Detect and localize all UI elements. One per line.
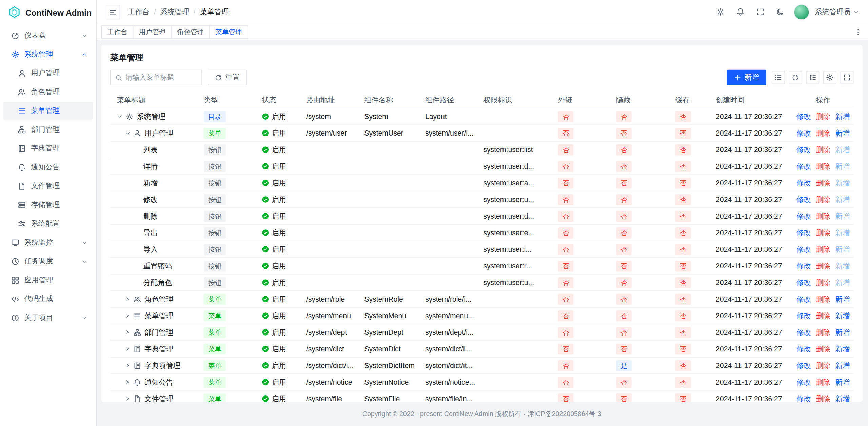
user-menu[interactable]: 系统管理员 — [815, 7, 859, 17]
edit-link[interactable]: 修改 — [796, 211, 811, 221]
delete-link[interactable]: 删除 — [816, 327, 830, 337]
sidebar-item-notice[interactable]: 通知公告 — [3, 158, 93, 176]
edit-link[interactable]: 修改 — [796, 195, 811, 204]
tab-options-button[interactable] — [851, 25, 865, 39]
delete-link[interactable]: 删除 — [816, 361, 830, 370]
sidebar-item-role[interactable]: 角色管理 — [3, 83, 93, 101]
row-expand-icon[interactable] — [124, 130, 131, 136]
edit-link[interactable]: 修改 — [796, 128, 811, 138]
bell-button[interactable] — [732, 4, 748, 20]
sidebar-item-user[interactable]: 用户管理 — [3, 64, 93, 82]
add-link[interactable]: 新增 — [835, 111, 850, 121]
add-link[interactable]: 新增 — [835, 361, 850, 370]
row-expand-icon[interactable] — [117, 114, 123, 120]
delete-link[interactable]: 删除 — [816, 145, 830, 155]
delete-link[interactable]: 删除 — [816, 211, 830, 221]
sidebar-item-app[interactable]: 应用管理 — [3, 271, 93, 289]
delete-link[interactable]: 删除 — [816, 261, 830, 271]
edit-link[interactable]: 修改 — [796, 178, 811, 188]
sidebar-item-dept[interactable]: 部门管理 — [3, 121, 93, 138]
add-link[interactable]: 新增 — [835, 128, 850, 138]
edit-link[interactable]: 修改 — [796, 377, 811, 387]
sidebar-item-schedule[interactable]: 任务调度 — [3, 252, 93, 270]
add-link[interactable]: 新增 — [835, 211, 850, 221]
delete-link[interactable]: 删除 — [816, 111, 830, 121]
gear-button[interactable] — [712, 4, 729, 20]
edit-link[interactable]: 修改 — [796, 394, 811, 402]
add-link[interactable]: 新增 — [835, 244, 850, 254]
delete-link[interactable]: 删除 — [816, 161, 830, 171]
sidebar-item-menu[interactable]: 菜单管理 — [3, 102, 93, 119]
sidebar-item-dashboard[interactable]: 仪表盘 — [3, 26, 93, 44]
avatar[interactable] — [794, 4, 809, 20]
edit-link[interactable]: 修改 — [796, 278, 811, 287]
add-link[interactable]: 新增 — [835, 278, 850, 287]
add-link[interactable]: 新增 — [835, 294, 850, 304]
edit-link[interactable]: 修改 — [796, 327, 811, 337]
sidebar-item-monitor[interactable]: 系统监控 — [3, 234, 93, 251]
brand-logo[interactable]: ContiNew Admin — [0, 0, 96, 24]
delete-link[interactable]: 删除 — [816, 228, 830, 238]
add-link[interactable]: 新增 — [835, 311, 850, 321]
sidebar-item-file[interactable]: 文件管理 — [3, 177, 93, 195]
add-link[interactable]: 新增 — [835, 261, 850, 271]
add-link[interactable]: 新增 — [835, 394, 850, 402]
row-expand-icon[interactable] — [124, 329, 131, 335]
sidebar-item-dict[interactable]: 字典管理 — [3, 139, 93, 157]
row-expand-icon[interactable] — [124, 379, 131, 385]
row-expand-icon[interactable] — [124, 312, 131, 319]
list-button[interactable] — [772, 71, 785, 84]
add-link[interactable]: 新增 — [835, 178, 850, 188]
edit-link[interactable]: 修改 — [796, 361, 811, 370]
sidebar-item-codegen[interactable]: 代码生成 — [3, 290, 93, 308]
delete-link[interactable]: 删除 — [816, 394, 830, 402]
sidebar-item-config[interactable]: 系统配置 — [3, 215, 93, 232]
delete-link[interactable]: 删除 — [816, 195, 830, 204]
expand-button[interactable] — [840, 71, 853, 84]
tab-工作台[interactable]: 工作台 — [101, 25, 134, 39]
row-expand-icon[interactable] — [124, 346, 131, 352]
delete-link[interactable]: 删除 — [816, 244, 830, 254]
edit-link[interactable]: 修改 — [796, 261, 811, 271]
add-link[interactable]: 新增 — [835, 344, 850, 354]
delete-link[interactable]: 删除 — [816, 377, 830, 387]
delete-link[interactable]: 删除 — [816, 344, 830, 354]
delete-link[interactable]: 删除 — [816, 294, 830, 304]
tab-菜单管理[interactable]: 菜单管理 — [209, 25, 248, 39]
row-expand-icon[interactable] — [124, 362, 131, 368]
edit-link[interactable]: 修改 — [796, 161, 811, 171]
add-link[interactable]: 新增 — [835, 228, 850, 238]
delete-link[interactable]: 删除 — [816, 278, 830, 287]
collapse-sidebar-button[interactable] — [106, 5, 120, 19]
edit-link[interactable]: 修改 — [796, 228, 811, 238]
reset-button[interactable]: 重置 — [208, 70, 247, 85]
edit-link[interactable]: 修改 — [796, 311, 811, 321]
add-button[interactable]: 新增 — [727, 70, 766, 85]
refresh-button[interactable] — [789, 71, 802, 84]
edit-link[interactable]: 修改 — [796, 344, 811, 354]
tab-用户管理[interactable]: 用户管理 — [133, 25, 172, 39]
add-link[interactable]: 新增 — [835, 161, 850, 171]
delete-link[interactable]: 删除 — [816, 178, 830, 188]
edit-link[interactable]: 修改 — [796, 111, 811, 121]
breadcrumb-item[interactable]: 菜单管理 — [200, 7, 229, 17]
edit-link[interactable]: 修改 — [796, 294, 811, 304]
add-link[interactable]: 新增 — [835, 327, 850, 337]
search-input[interactable] — [126, 74, 197, 81]
fullscreen-button[interactable] — [752, 4, 768, 20]
line-height-button[interactable] — [806, 71, 819, 84]
edit-link[interactable]: 修改 — [796, 145, 811, 155]
sidebar-item-storage[interactable]: 存储管理 — [3, 196, 93, 214]
tab-角色管理[interactable]: 角色管理 — [171, 25, 210, 39]
moon-button[interactable] — [772, 4, 788, 20]
breadcrumb-item[interactable]: 系统管理 — [160, 7, 189, 17]
add-link[interactable]: 新增 — [835, 195, 850, 204]
gear-button[interactable] — [823, 71, 836, 84]
edit-link[interactable]: 修改 — [796, 244, 811, 254]
breadcrumb-item[interactable]: 工作台 — [128, 7, 150, 17]
delete-link[interactable]: 删除 — [816, 311, 830, 321]
row-expand-icon[interactable] — [124, 296, 131, 302]
sidebar-item-system[interactable]: 系统管理 — [3, 45, 93, 63]
row-expand-icon[interactable] — [124, 395, 131, 402]
sidebar-item-about[interactable]: 关于项目 — [3, 309, 93, 326]
